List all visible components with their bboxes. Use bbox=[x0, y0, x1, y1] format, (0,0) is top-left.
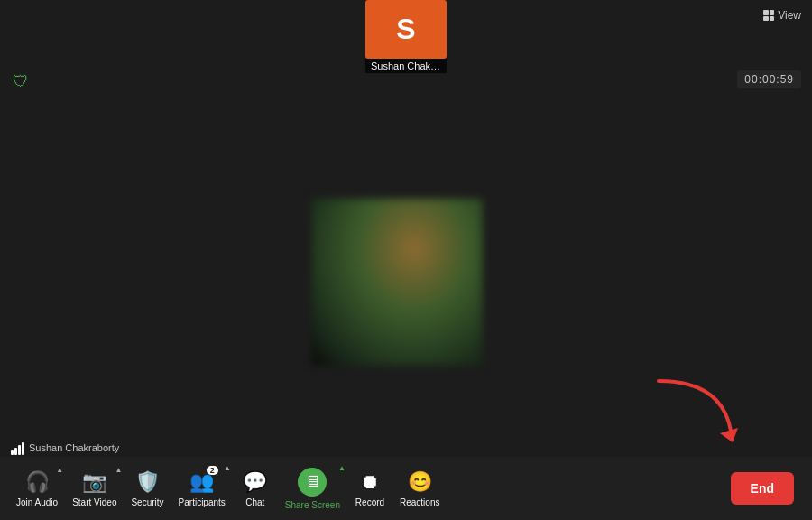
participants-label: Participants bbox=[179, 497, 226, 507]
reactions-button[interactable]: 😊 Reactions bbox=[392, 457, 447, 520]
participant-tile: S Sushan Chakrab... bbox=[365, 0, 447, 73]
center-video-thumbnail bbox=[311, 199, 483, 366]
meeting-timer: 00:00:59 bbox=[737, 70, 801, 88]
security-shield-icon: 🛡️ bbox=[135, 470, 160, 494]
local-user-name: Sushan Chakraborty bbox=[11, 441, 119, 455]
participant-initial: S bbox=[396, 13, 415, 46]
video-icon: 📷 bbox=[82, 470, 106, 494]
participants-badge: 2 bbox=[207, 466, 218, 475]
record-label: Record bbox=[355, 497, 384, 507]
shield-icon: 🛡 bbox=[13, 72, 29, 91]
arrow-annotation bbox=[650, 372, 740, 448]
headphone-icon: 🎧 bbox=[25, 470, 50, 494]
share-screen-icon: 🖥 bbox=[298, 468, 327, 497]
grid-icon bbox=[763, 10, 774, 21]
participant-name-tag: Sushan Chakrab... bbox=[365, 59, 447, 73]
join-audio-label: Join Audio bbox=[16, 497, 58, 507]
view-label: View bbox=[778, 9, 801, 22]
security-label: Security bbox=[131, 497, 163, 507]
view-button[interactable]: View bbox=[763, 9, 801, 22]
signal-bars-icon bbox=[11, 441, 24, 455]
chat-label: Chat bbox=[245, 497, 264, 507]
record-icon: ⏺ bbox=[360, 470, 380, 494]
end-button[interactable]: End bbox=[731, 472, 794, 505]
reactions-label: Reactions bbox=[400, 497, 439, 507]
start-video-chevron[interactable]: ▲ bbox=[115, 466, 123, 474]
participants-button[interactable]: 👥 2 Participants ▲ bbox=[171, 457, 233, 520]
participant-avatar: S bbox=[365, 0, 447, 59]
participants-chevron[interactable]: ▲ bbox=[224, 464, 231, 472]
chat-icon: 💬 bbox=[243, 470, 267, 494]
join-audio-button[interactable]: 🎧 Join Audio ▲ bbox=[9, 457, 65, 520]
svg-marker-0 bbox=[720, 428, 738, 442]
main-video-area: S Sushan Chakrab... View 00:00:59 🛡 Sush… bbox=[0, 0, 812, 520]
start-video-button[interactable]: 📷 Start Video ▲ bbox=[65, 457, 124, 520]
share-screen-chevron[interactable]: ▲ bbox=[338, 464, 346, 472]
share-screen-label: Share Screen bbox=[285, 500, 340, 510]
join-audio-chevron[interactable]: ▲ bbox=[56, 466, 63, 474]
reactions-icon: 😊 bbox=[408, 470, 432, 494]
start-video-label: Start Video bbox=[72, 497, 116, 507]
username-label: Sushan Chakraborty bbox=[29, 442, 119, 453]
security-button[interactable]: 🛡️ Security bbox=[124, 457, 171, 520]
share-screen-button[interactable]: 🖥 Share Screen ▲ bbox=[278, 457, 347, 520]
record-button[interactable]: ⏺ Record bbox=[347, 457, 392, 520]
chat-button[interactable]: 💬 Chat bbox=[233, 457, 278, 520]
toolbar: 🎧 Join Audio ▲ 📷 Start Video ▲ 🛡️ Securi… bbox=[0, 457, 812, 520]
